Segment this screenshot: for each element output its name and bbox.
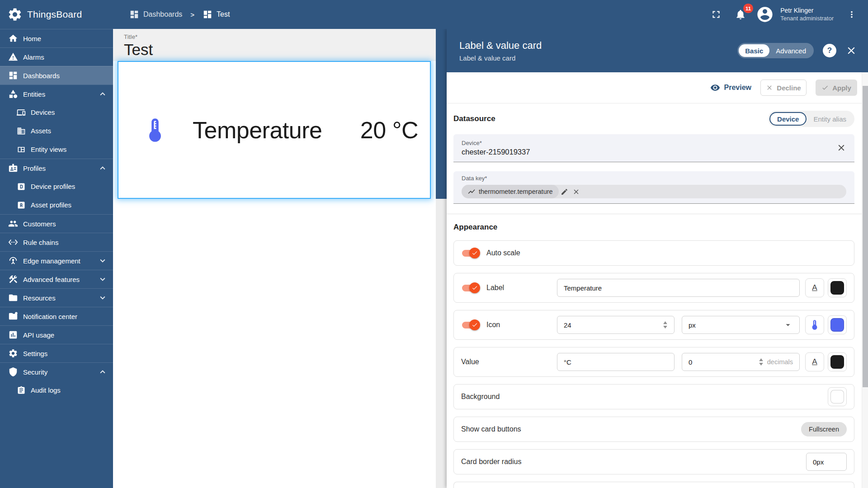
notifications-button[interactable]: 11 [731,5,750,23]
sidebar-item-advanced-features[interactable]: Advanced features [0,270,113,288]
customers-icon [8,219,18,229]
type-device[interactable]: Device [769,112,807,126]
font-settings-icon: A [812,357,817,366]
panel-toolbar: Preview Decline Apply [447,72,868,103]
help-button[interactable]: ? [823,44,836,57]
icon-size-unit-select[interactable]: px [682,316,800,334]
dashboard-title-field[interactable]: Title* Test [113,29,436,61]
breadcrumb-dashboards[interactable]: Dashboards [129,9,182,19]
user-name: Petr Klinger [780,7,834,15]
value-color-button[interactable] [828,352,847,371]
audit-logs-icon [17,386,26,395]
devices-icon [17,108,26,117]
value-units-input[interactable]: °C [557,353,675,371]
close-icon [836,143,846,153]
mode-toggle: Basic Advanced [737,43,814,58]
label-font-button[interactable]: A [805,278,824,297]
eye-icon [710,83,720,93]
icon-size-input[interactable]: 24 [557,316,675,334]
data-key-label: Data key* [462,175,846,182]
preview-button[interactable]: Preview [710,83,751,93]
value-font-button[interactable]: A [805,352,824,371]
sidebar-item-asset-profiles[interactable]: Asset profiles [0,196,113,214]
check-icon [821,84,829,91]
sidebar-item-home[interactable]: Home [0,29,113,47]
icon-toggle[interactable] [461,319,479,330]
close-icon [766,84,773,91]
data-key-field[interactable]: Data key* thermometer.temperature [453,171,854,204]
sidebar-item-alarms[interactable]: Alarms [0,47,113,66]
sidebar-item-entities[interactable]: Entities [0,84,113,103]
sidebar-item-customers[interactable]: Customers [0,214,113,233]
sidebar-item-notification-center[interactable]: Notification center [0,307,113,325]
apply-button[interactable]: Apply [816,80,857,96]
device-profiles-icon [17,182,26,191]
dashboards-icon [129,9,139,19]
sidebar-item-edge-management[interactable]: Edge management [0,251,113,270]
sidebar-item-settings[interactable]: Settings [0,344,113,362]
card-border-radius-row: Card border radius 0px [453,449,854,474]
sidebar-item-security[interactable]: Security [0,362,113,381]
chevron-down-icon [98,293,108,303]
panel-header: Label & value card Label & value card Ba… [447,29,868,72]
value-color-swatch [830,355,844,369]
pencil-icon [561,188,568,196]
next-settings-row [453,482,854,488]
alarms-icon [8,52,18,62]
scrollbar-thumb[interactable] [863,86,868,387]
thingsboard-logo[interactable]: ThingsBoard [0,7,113,22]
sidebar-item-resources[interactable]: Resources [0,288,113,307]
sidebar-item-api-usage[interactable]: API usage [0,325,113,344]
notification-center-icon [8,311,18,321]
remove-data-key-button[interactable] [571,186,582,197]
auto-scale-label: Auto scale [486,249,520,257]
label-text-input[interactable]: Temperature [557,279,800,297]
clear-device-button[interactable] [836,143,846,153]
sidebar-item-devices[interactable]: Devices [0,103,113,122]
card-border-radius-input[interactable]: 0px [806,453,847,471]
sidebar-item-assets[interactable]: Assets [0,122,113,140]
label-row-label: Label [486,284,504,292]
icon-picker-button[interactable] [805,315,824,334]
stepper-arrows-icon[interactable] [663,321,668,328]
auto-scale-toggle[interactable] [461,248,479,258]
sidebar-item-profiles[interactable]: Profiles [0,159,113,177]
icon-color-button[interactable] [828,315,847,334]
sidebar-item-dashboards[interactable]: Dashboards [0,66,113,84]
thermometer-icon [809,319,821,331]
label-value-widget[interactable]: Temperature 20 °C [118,61,431,199]
breadcrumb-test[interactable]: Test [203,9,230,19]
panel-content: Datasource Device Entity alias Device* c… [447,103,868,488]
show-card-buttons-row: Show card buttons Fullscreen [453,417,854,442]
icon-row: Icon 24 px [453,310,854,340]
edit-data-key-button[interactable] [559,186,571,197]
label-color-button[interactable] [828,278,847,297]
sidebar-item-device-profiles[interactable]: Device profiles [0,177,113,196]
user-menu[interactable]: Petr Klinger Tenant administrator [780,7,834,22]
card-border-radius-label: Card border radius [461,458,521,466]
data-key-chip[interactable]: thermometer.temperature [462,185,846,198]
fullscreen-button[interactable] [707,5,725,23]
panel-scrollbar[interactable] [862,72,868,488]
avatar[interactable] [756,5,774,23]
sidebar-item-entity-views[interactable]: Entity views [0,140,113,159]
icon-color-swatch [830,318,844,332]
close-panel-button[interactable] [845,45,857,56]
fullscreen-chip[interactable]: Fullscreen [801,422,847,436]
type-entity-alias[interactable]: Entity alias [807,112,853,126]
more-menu-button[interactable] [843,5,861,23]
mode-basic[interactable]: Basic [739,44,769,57]
value-row: Value °C 0 decimals A [453,347,854,377]
label-toggle[interactable] [461,282,479,293]
value-decimals-input[interactable]: 0 decimals [682,353,800,371]
background-color-button[interactable] [828,387,847,406]
device-field[interactable]: Device* chester-2159019337 [453,134,854,162]
appearance-heading: Appearance [453,223,497,232]
sidebar-item-audit-logs[interactable]: Audit logs [0,381,113,399]
background-gap [436,29,447,488]
stepper-arrows-icon[interactable] [759,358,764,366]
close-icon [845,45,857,56]
sidebar-item-rule-chains[interactable]: Rule chains [0,233,113,251]
mode-advanced[interactable]: Advanced [769,44,812,57]
decline-button[interactable]: Decline [760,80,807,96]
